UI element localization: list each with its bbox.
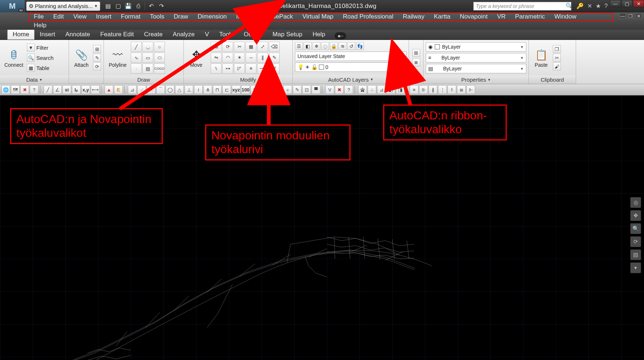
ts-np18[interactable]: ▀ [312,85,320,94]
ts-np17[interactable]: ⊡ [302,85,311,94]
ts-si[interactable]: si [62,85,71,94]
break-icon[interactable]: ⑊ [211,64,222,74]
table-button[interactable]: ▦Table [27,63,54,73]
ts-globe-icon[interactable]: 🌐 [1,85,10,94]
menu-kartta[interactable]: Kartta [429,12,455,21]
menu-window[interactable]: Window [550,12,581,21]
layer-walk-icon[interactable]: 👣 [356,42,364,50]
ts-100[interactable]: 100 [241,85,250,94]
nav-collapse-icon[interactable]: ▾ [630,262,641,273]
align-icon[interactable]: ≡ [246,64,256,74]
key-icon[interactable]: 🔑 [576,3,584,9]
trim-icon[interactable]: ✂ [234,42,245,52]
ts-np5[interactable]: ◯ [166,85,174,94]
ts-np2[interactable]: ⟋ [137,85,146,94]
ts-map-icon[interactable]: 🗺 [11,85,20,94]
linetype-dropdown[interactable]: ▤ByLayer▼ [426,64,526,73]
menu-insert[interactable]: Insert [91,12,116,21]
ts-red[interactable]: ▲ [105,85,113,94]
menu-help[interactable]: Help [29,21,51,30]
ts-np9[interactable]: ⋔ [203,85,212,94]
new-icon[interactable]: ▤ [104,2,112,10]
ts-v-icon[interactable]: V [325,85,334,94]
ribbon-tab-v[interactable]: V [200,29,214,40]
ts-np11[interactable]: ⊏ [222,85,231,94]
menu-draw[interactable]: Draw [169,12,193,21]
binoculars-icon[interactable]: 🔍 [566,3,573,9]
full-nav-wheel-icon[interactable]: ◎ [630,197,641,208]
offset-icon[interactable]: ‖ [257,53,268,63]
ts-np14[interactable]: ▥ [270,85,278,94]
workspace-dropdown[interactable]: ⚙ Planning and Analysis... ▼ [26,1,100,11]
ts-road1[interactable]: 🛣 [358,85,367,94]
chamfer-icon[interactable]: ◸ [234,64,245,74]
menu-file[interactable]: File [29,12,48,21]
panel-properties-title[interactable]: Properties ▼ [424,75,528,84]
panel-draw-title[interactable]: Draw [104,75,183,84]
menu-format[interactable]: Format [116,12,145,21]
cogo-button[interactable]: COGO [154,64,165,74]
scale-icon[interactable]: ⤢ [257,42,268,52]
rect-icon[interactable]: ▭ [142,53,153,63]
panel-layers-title[interactable]: AutoCAD Layers ▼ [293,75,409,84]
close-button[interactable]: ✕ [633,0,644,7]
help-icon[interactable]: ? [604,3,608,9]
ts-road5[interactable]: ◨ [396,85,405,94]
attach-opt2[interactable]: ✎ [93,54,101,62]
menu-road-professional[interactable]: Road Professional [338,12,398,21]
attach-button[interactable]: 📎 Attach [71,41,92,74]
ts-rail4[interactable]: ⋮ [438,85,447,94]
layer-util2[interactable]: ≣ [412,58,420,66]
mdi-minimize[interactable]: — [619,13,626,19]
cut-icon[interactable]: ✂ [553,54,561,62]
star-icon[interactable]: ★ [596,3,601,9]
redo-icon[interactable]: ↷ [157,2,165,10]
ts-np6[interactable]: △ [175,85,184,94]
menu-view[interactable]: View [69,12,92,21]
menu-edit[interactable]: Edit [48,12,68,21]
ts-np4[interactable]: ⌒ [156,85,165,94]
menu-novapoint[interactable]: Novapoint [455,12,493,21]
ts-road2[interactable]: ⛬ [368,85,376,94]
ts-np7[interactable]: ⊥ [185,85,193,94]
drawing-viewport[interactable]: ◎ ✥ 🔍 ⟳ ▤ ▾ AutoCAD:n ja Novapointin työ… [0,95,644,360]
attach-opt3[interactable]: ⟳ [93,62,101,70]
ts-np16[interactable]: ✎ [293,85,301,94]
arc-icon[interactable]: ◡ [142,42,153,52]
ts-rail2[interactable]: ⊪ [419,85,428,94]
ribbon-tab-home[interactable]: Home [7,29,35,40]
rotate-icon[interactable]: ⟳ [222,42,233,52]
ribbon-tab-insert[interactable]: Insert [35,29,60,40]
polyline-button[interactable]: 〰 Polyline [106,41,129,74]
spline-icon[interactable]: ∿ [131,53,142,63]
ts-rail1[interactable]: ≡ [410,85,418,94]
line-icon[interactable]: ╱ [131,42,142,52]
attach-opt1[interactable]: ⊞ [93,45,101,53]
ts-road3[interactable]: ⊿ [377,85,386,94]
layer-prev-icon[interactable]: ↺ [347,42,355,50]
showmotion-icon[interactable]: ▤ [630,249,641,260]
ts-help1-icon[interactable]: ? [30,85,39,94]
circle-icon[interactable]: ○ [154,42,165,52]
paste-button[interactable]: 📋 Paste [531,41,551,74]
menu-valuepack[interactable]: ValuePack [259,12,297,21]
panel-modify-title[interactable]: Modify ▼ [208,75,292,84]
exchange-icon[interactable]: ✕ [587,3,592,9]
ts-np13[interactable]: ▦ [260,85,269,94]
ribbon-tab-create[interactable]: Create [139,29,168,40]
ts-np1[interactable]: ⊿ [128,85,137,94]
minimize-button[interactable]: — [610,0,621,7]
menu-parametric[interactable]: Parametric [510,12,550,21]
ts-x-icon[interactable]: ✖ [20,85,29,94]
open-icon[interactable]: ▢ [114,2,122,10]
ts-angle[interactable]: ∠ [53,85,62,94]
ts-rail6[interactable]: ≣ [457,85,466,94]
match-icon[interactable]: 🖌 [553,62,561,70]
fillet-icon[interactable]: ◠ [222,53,233,63]
color-dropdown[interactable]: ◉ByLayer▼ [426,42,526,52]
menu-modify[interactable]: Modify [231,12,259,21]
search-button[interactable]: 🔍Search [27,53,54,62]
menu-tools[interactable]: Tools [145,12,169,21]
ts-dim[interactable]: ⟷ [91,85,100,94]
pedit-icon[interactable]: ✐ [269,64,280,74]
